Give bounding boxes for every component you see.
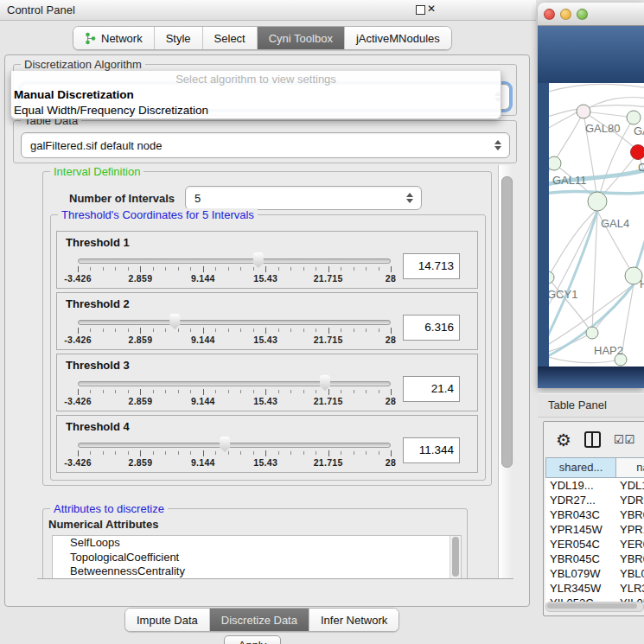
- table-row[interactable]: YBL079W YBL079W: [545, 566, 644, 581]
- number-of-intervals-combo[interactable]: 5: [185, 186, 422, 210]
- tab-cyni-toolbox[interactable]: Cyni Toolbox: [258, 27, 345, 49]
- slider-thumb[interactable]: [252, 252, 265, 268]
- table-row[interactable]: YDR27... YDR27: [545, 493, 644, 507]
- slider-track[interactable]: [78, 258, 391, 264]
- network-node[interactable]: [577, 105, 590, 118]
- column-header-name[interactable]: name: [615, 457, 644, 478]
- attribute-list-item[interactable]: TopologicalCoefficient: [53, 551, 461, 565]
- attribute-list-item[interactable]: BetweennessCentrality: [53, 564, 461, 579]
- select-columns-icon[interactable]: ☑☑: [614, 433, 635, 446]
- scrollbar-thumb[interactable]: [547, 603, 637, 609]
- table-cell-shared-name[interactable]: YPR145W: [545, 522, 615, 537]
- apply-button[interactable]: Apply: [224, 635, 281, 644]
- settings-vertical-scrollbar[interactable]: [498, 165, 513, 578]
- network-node[interactable]: [586, 327, 598, 339]
- table-cell-name[interactable]: YBR043C: [615, 507, 644, 522]
- tick-label: 9.144: [191, 396, 215, 406]
- table-cell-name[interactable]: YBL079W: [615, 566, 644, 581]
- network-node[interactable]: [549, 271, 554, 284]
- network-node[interactable]: [627, 111, 641, 124]
- table-cell-shared-name[interactable]: YDR27...: [545, 493, 615, 507]
- table-cell-name[interactable]: YLR345W: [615, 581, 644, 596]
- table-cell-name[interactable]: YPR145W: [615, 522, 644, 537]
- slider-thumb[interactable]: [219, 437, 232, 452]
- slider-thumb[interactable]: [318, 375, 331, 391]
- scrollbar-thumb[interactable]: [501, 176, 513, 468]
- table-cell-shared-name[interactable]: YBR043C: [545, 507, 615, 522]
- table-cell-name[interactable]: YDR27: [615, 493, 644, 507]
- slider-track[interactable]: [78, 320, 391, 325]
- table-cell-shared-name[interactable]: YBL079W: [545, 566, 615, 581]
- threshold-box: Threshold 3 -3.4262.8599.14415.4321.7152…: [56, 354, 478, 411]
- tab-impute-data[interactable]: Impute Data: [125, 609, 210, 631]
- threshold-slider[interactable]: -3.4262.8599.14415.4321.71528: [78, 436, 391, 470]
- attr-items: SelfLoopsTopologicalCoefficientBetweenne…: [53, 536, 461, 579]
- network-frame-top: [538, 26, 644, 83]
- network-node-selected[interactable]: [631, 145, 644, 160]
- thresholds-group-title: Threshold's Coordinates for 5 Intervals: [58, 208, 258, 221]
- threshold-label: Threshold 4: [66, 420, 469, 433]
- threshold-slider[interactable]: -3.4262.8599.14415.4321.71528: [78, 313, 391, 348]
- tab-discretize-data[interactable]: Discretize Data: [210, 609, 309, 631]
- network-node[interactable]: [549, 156, 561, 170]
- slider-track[interactable]: [78, 381, 391, 386]
- scrollbar-thumb[interactable]: [452, 537, 459, 577]
- major-tick: [78, 328, 79, 334]
- tick-label: -3.426: [64, 335, 92, 345]
- tab-infer-network[interactable]: Infer Network: [309, 609, 399, 631]
- threshold-slider[interactable]: -3.4262.8599.14415.4321.71528: [78, 252, 391, 286]
- table-data-combo[interactable]: galFiltered.sif default node: [21, 132, 510, 158]
- table-row[interactable]: YPR145W YPR145W: [545, 522, 644, 537]
- stepper-icon: [490, 140, 506, 150]
- table-row[interactable]: YBR043C YBR043C: [545, 507, 644, 522]
- dropdown-option-equal-width[interactable]: Equal Width/Frequency Discretization: [11, 103, 501, 118]
- table-cell-shared-name[interactable]: YDL19...: [545, 478, 615, 493]
- column-layout-icon[interactable]: [584, 431, 601, 448]
- table-row[interactable]: YER054C YER054C: [545, 537, 644, 552]
- attributes-group-title: Attributes to discretize: [50, 502, 168, 515]
- table-cell-shared-name[interactable]: YER054C: [545, 537, 615, 552]
- tab-jactivemnodules-label: jActiveMNodules: [356, 32, 440, 45]
- major-tick: [140, 450, 141, 456]
- threshold-slider[interactable]: -3.4262.8599.14415.4321.71528: [78, 374, 391, 409]
- table-cell-name[interactable]: YER054C: [615, 537, 644, 552]
- table-cell-shared-name[interactable]: YBR045C: [545, 552, 615, 566]
- table-row[interactable]: YLR345W YLR345W: [545, 581, 644, 596]
- dropdown-prompt-item[interactable]: Select algorithm to view settings: [11, 71, 501, 87]
- threshold-label: Threshold 1: [66, 236, 469, 249]
- mac-close-button[interactable]: [544, 9, 555, 20]
- threshold-value-field[interactable]: 14.713: [403, 253, 460, 279]
- close-icon[interactable]: ✕: [427, 3, 436, 15]
- network-node[interactable]: [588, 192, 607, 211]
- column-header-shared-name[interactable]: shared...: [545, 457, 615, 478]
- tab-style[interactable]: Style: [155, 27, 203, 49]
- gear-icon[interactable]: ⚙: [556, 431, 571, 449]
- dropdown-option-manual-discretization[interactable]: Manual Discretization: [11, 87, 501, 103]
- threshold-value-field[interactable]: 11.344: [403, 437, 460, 463]
- slider-thumb[interactable]: [169, 314, 182, 329]
- table-row[interactable]: YDL19... YDL19: [545, 478, 644, 493]
- threshold-value-field[interactable]: 6.316: [403, 315, 460, 341]
- tab-select-label: Select: [214, 32, 245, 45]
- network-canvas[interactable]: GAL80 GA C GAL11 GAL4 GCY1 H HAP2: [549, 83, 644, 367]
- table-cell-name[interactable]: YDL19: [615, 478, 644, 493]
- cyni-toolbox-panel: Discretization Algorithm Table Data galF…: [4, 54, 530, 607]
- tab-select[interactable]: Select: [203, 27, 258, 49]
- mac-minimize-button[interactable]: [560, 9, 571, 20]
- mac-zoom-button[interactable]: [577, 9, 588, 20]
- table-cell-shared-name[interactable]: YLR345W: [545, 581, 615, 596]
- table-row[interactable]: YBR045C YBR045C: [545, 552, 644, 566]
- table-cell-name[interactable]: YBR045C: [615, 552, 644, 566]
- threshold-value-field[interactable]: 21.4: [403, 376, 460, 402]
- tab-jactivemnodules[interactable]: jActiveMNodules: [345, 27, 451, 49]
- numerical-attributes-list[interactable]: SelfLoopsTopologicalCoefficientBetweenne…: [52, 535, 462, 579]
- tick-label: 15.43: [253, 457, 277, 468]
- node-label-gal80: GAL80: [585, 122, 620, 135]
- float-window-icon[interactable]: [416, 5, 425, 15]
- table-horizontal-scrollbar[interactable]: [545, 602, 644, 612]
- tab-network[interactable]: Network: [73, 27, 155, 49]
- attribute-list-item[interactable]: SelfLoops: [53, 536, 461, 551]
- major-tick: [203, 266, 204, 272]
- attributes-list-scrollbar[interactable]: [450, 536, 461, 578]
- slider-track[interactable]: [78, 443, 391, 448]
